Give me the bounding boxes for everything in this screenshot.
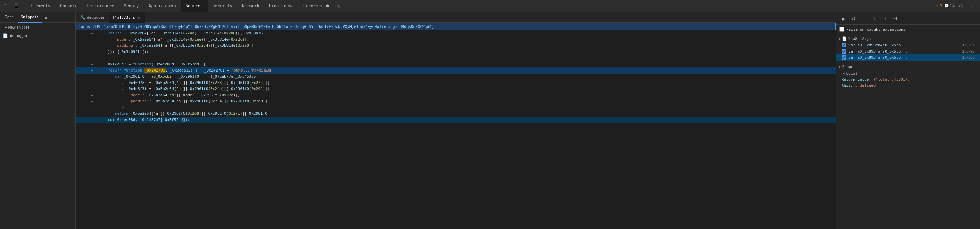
highlighted-string-bar: 'ounsllEPhd4xSmZOHtPtBEfGyZ+bNOYhpAYKW0D… <box>76 23 836 30</box>
chevron-icon: ▼ <box>839 37 840 41</box>
pause-section: Pause on caught exceptions <box>836 25 980 34</box>
step-into-button[interactable]: ↓ <box>859 14 868 23</box>
warning-badge[interactable]: ⚠ 1 <box>937 4 942 8</box>
new-snippet-button[interactable]: + New snippet <box>3 24 31 30</box>
table-row: – 'mode': _0x5a2e64['a']['mode'][_0x2961… <box>76 92 836 99</box>
callstack-item-0[interactable]: var a0_0x893fa=a0_0x5cb... 1:6267 <box>836 42 980 48</box>
scope-section: ▼ Scope ▼ Local Return value: {"total":4… <box>836 62 980 90</box>
line-gutter[interactable]: – <box>89 105 94 111</box>
resume-button[interactable]: ▶ <box>839 14 848 23</box>
sidebar-tab-snippets[interactable]: Snippets <box>18 13 43 23</box>
scope-local-label: Local <box>846 71 858 76</box>
scope-key-1: this: <box>842 83 853 87</box>
line-content: return _0x5a2e64['a'][_0x3b814e(0x24e)][… <box>94 30 836 37</box>
sidebar: Page Snippets » + New snippet 📄 debugger <box>0 13 76 229</box>
callstack-checkbox-2[interactable] <box>842 55 846 60</box>
right-panel: ▶ ↺ ↓ ↑ → ⊣ Pause on caught exceptions ▼… <box>836 13 980 229</box>
table-row: – return _0x5a2e64['a'][_0x2961f0(0x268)… <box>76 111 836 117</box>
inspect-icon[interactable]: ⬚ <box>2 2 11 11</box>
step-over-button[interactable]: ↺ <box>849 14 858 23</box>
tab-application[interactable]: Application <box>144 0 180 13</box>
line-gutter[interactable]: – <box>89 67 94 73</box>
tab-memory[interactable]: Memory <box>119 0 144 13</box>
error-count: 14 <box>950 4 955 8</box>
table-row: – , _0x46978c = _0x5a2e64['a'][_0x2961f0… <box>76 80 836 86</box>
more-options-icon[interactable]: ⋮ <box>967 2 977 11</box>
more-tabs-button[interactable]: » <box>335 0 342 13</box>
tab-performance[interactable]: Performance <box>82 0 119 13</box>
line-content: return _0x5a2e64['a'][_0x2961f0(0x268)][… <box>94 111 836 117</box>
line-content: , _0x4d8f3f = _0x5a2e64['a'][_0x2961f0(0… <box>94 86 836 92</box>
table-row: – return function(_0x242701, _0x3cd512) … <box>76 67 836 73</box>
line-gutter[interactable]: – <box>89 73 94 80</box>
callstack-loc-2: 1:7300 <box>962 56 975 59</box>
sidebar-tab-more[interactable]: » <box>42 14 50 21</box>
line-content: }); <box>94 105 836 111</box>
callstack-header-label: 2ca8bd2.js <box>848 37 871 41</box>
file-tabs: 🔧 debugger f4a1673.js ✕ <box>76 13 836 23</box>
tab-sources[interactable]: Sources <box>181 0 208 13</box>
device-icon[interactable]: 📱 <box>12 2 21 11</box>
line-gutter[interactable]: – <box>89 111 94 117</box>
callstack-checkbox-1[interactable] <box>842 49 846 54</box>
step-button[interactable]: → <box>880 14 889 23</box>
scope-header-label: Scope <box>842 65 853 69</box>
line-content: 'mode': _0x5a2e64['a']['mode'][_0x2961f0… <box>94 92 836 99</box>
scope-val-1: undefined <box>855 83 876 87</box>
scope-chevron-icon: ▼ <box>839 65 840 69</box>
scope-header[interactable]: ▼ Scope <box>836 64 980 70</box>
file-tab-close-icon[interactable]: ✕ <box>137 15 142 20</box>
callstack-name-2: var a0_0x893fa=a0_0x5cb... <box>848 56 962 60</box>
scope-item-1: this: undefined <box>836 83 980 88</box>
callstack-item-2[interactable]: var a0_0x893fa=a0_0x5cb... 1:7300 <box>836 54 980 60</box>
tab-elements[interactable]: Elements <box>26 0 55 13</box>
highlighted-string-text: 'ounsllEPhd4xSmZOHtPtBEfGyZ+bNOYhpAYKW0D… <box>79 24 434 29</box>
line-gutter[interactable]: – <box>89 92 94 99</box>
table-row: – , _0x4d8f3f = _0x5a2e64['a'][_0x2961f0… <box>76 86 836 92</box>
callstack-checkbox-0[interactable] <box>842 43 846 48</box>
pause-checkbox[interactable] <box>840 27 844 32</box>
callstack-item-1[interactable]: var a0_0x893fa=a0_0x5cb... 1:6790 <box>836 48 980 54</box>
callstack-name-1: var a0_0x893fa=a0_0x5cb... <box>848 49 962 54</box>
line-gutter[interactable]: – <box>89 43 94 49</box>
tab-console[interactable]: Console <box>55 0 83 13</box>
line-gutter[interactable]: – <box>89 37 94 43</box>
file-icon: 📄 <box>3 33 8 38</box>
line-gutter[interactable]: – <box>89 61 94 67</box>
code-lines[interactable]: – return _0x5a2e64['a'][_0x3b814e(0x24e)… <box>76 30 836 229</box>
table-row: – 'padding': _0x5a2e64['a'][_0x2961f0(0x… <box>76 99 836 105</box>
sidebar-tab-page[interactable]: Page <box>2 13 18 23</box>
table-row: – var _0x2961f0 = a0_0x5cb2 _0x2961f0 = … <box>76 73 836 80</box>
table-row: – , _0x12c6d7 = function(_0x4ec08d, _0x5… <box>76 61 836 67</box>
tab-recorder[interactable]: Recorder ⏺ <box>299 0 335 13</box>
tab-network[interactable]: Network <box>237 0 264 13</box>
line-gutter[interactable]: – <box>89 49 94 55</box>
callstack-loc-0: 1:6267 <box>962 43 975 47</box>
line-gutter[interactable]: – <box>89 30 94 37</box>
tab-lighthouse[interactable]: Lighthouse <box>264 0 299 13</box>
line-content: var _0x2961f0 = a0_0x5cb2 _0x2961f0 = f … <box>94 73 836 80</box>
line-gutter[interactable]: – <box>89 86 94 92</box>
pause-label: Pause on caught exceptions <box>846 27 905 32</box>
sidebar-item-debugger[interactable]: 📄 debugger <box>0 32 75 40</box>
file-tab-f4a1673[interactable]: f4a1673.js ✕ <box>109 13 145 23</box>
deactivate-breakpoints-button[interactable]: ⊣ <box>890 14 899 23</box>
sidebar-tab-bar: Page Snippets » <box>0 13 75 23</box>
file-tab-debugger[interactable]: 🔧 debugger <box>77 13 109 23</box>
step-out-button[interactable]: ↑ <box>870 14 879 23</box>
line-gutter[interactable]: – <box>89 99 94 105</box>
settings-icon[interactable]: ⚙ <box>957 2 966 11</box>
callstack-section: ▼ 📄 2ca8bd2.js var a0_0x893fa=a0_0x5cb..… <box>836 34 980 62</box>
scope-val-0: {"total":430017, <box>873 77 910 82</box>
error-badge[interactable]: 💬 14 <box>944 4 955 8</box>
table-row: – }); <box>76 105 836 111</box>
callstack-header[interactable]: ▼ 📄 2ca8bd2.js <box>836 35 980 42</box>
line-gutter[interactable]: – <box>89 80 94 86</box>
warning-icon: ⚠ <box>937 4 939 8</box>
callstack-loc-1: 1:6790 <box>962 49 975 53</box>
warning-count: 1 <box>940 4 942 8</box>
main-layout: Page Snippets » + New snippet 📄 debugger… <box>0 13 980 229</box>
tab-security[interactable]: Security <box>208 0 237 13</box>
line-gutter[interactable]: – <box>89 117 94 123</box>
scope-local-header[interactable]: ▼ Local <box>836 70 980 77</box>
